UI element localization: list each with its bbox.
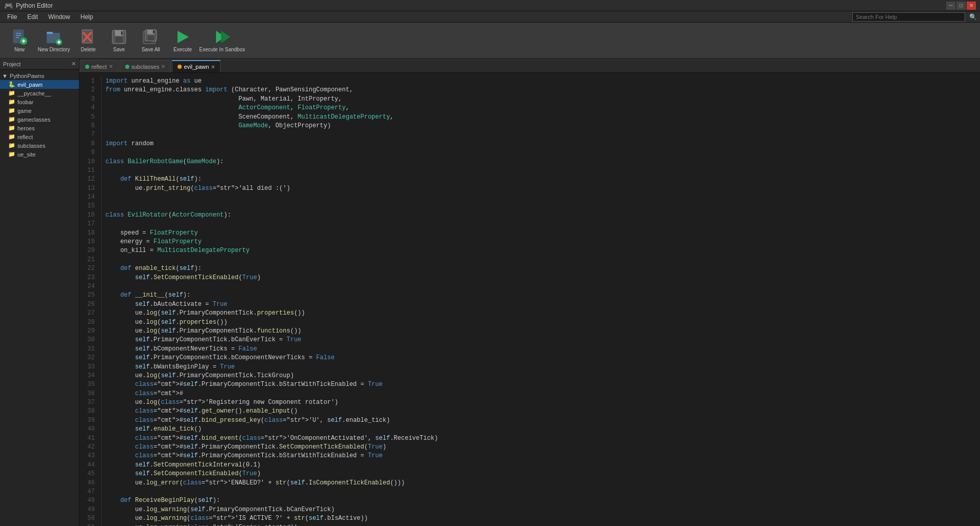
execute-label: Execute [173, 47, 192, 52]
minimize-button[interactable]: ─ [946, 2, 955, 10]
tab-label: reflect [91, 64, 107, 70]
title-bar-controls: ─ □ ✕ [946, 2, 976, 10]
new-directory-icon [46, 29, 62, 45]
tab-label: evil_pawn [184, 64, 209, 70]
execute-button[interactable]: Execute [168, 25, 197, 56]
sidebar-item[interactable]: 📁ue_site [0, 150, 79, 159]
sidebar-close-icon[interactable]: ✕ [71, 61, 76, 67]
new-label: New [14, 47, 25, 52]
execute-icon [174, 29, 191, 45]
delete-icon [80, 29, 96, 45]
svg-rect-8 [47, 32, 53, 34]
search-icon: 🔍 [969, 13, 977, 21]
sidebar-item[interactable]: 📁reflect [0, 132, 79, 141]
search-input[interactable] [852, 12, 965, 22]
delete-button[interactable]: Delete [74, 25, 103, 56]
tab-dot [178, 65, 182, 69]
main-layout: Project ✕ ▼PythonPawns🐍evil_pawn📁__pycac… [0, 59, 980, 526]
menu-window[interactable]: Window [44, 12, 74, 22]
new-directory-button[interactable]: New Directory [36, 25, 72, 56]
sidebar-header: Project ✕ [0, 59, 79, 70]
sidebar-item[interactable]: 🐍evil_pawn [0, 80, 79, 89]
svg-rect-24 [148, 36, 154, 41]
save-all-label: Save All [142, 47, 160, 52]
sidebar-item[interactable]: 📁gameclasses [0, 115, 79, 124]
title-bar: 🎮 Python Editor ─ □ ✕ [0, 0, 980, 11]
execute-sandbox-label: Execute In Sandbox [199, 47, 245, 52]
menu-edit[interactable]: Edit [23, 12, 42, 22]
svg-rect-17 [115, 37, 123, 43]
sidebar-item[interactable]: 📁foobar [0, 98, 79, 106]
save-all-button[interactable]: Save All [135, 25, 166, 56]
svg-marker-26 [178, 31, 189, 43]
editor-area: reflect✕subclasses✕evil_pawn✕ 1import un… [80, 59, 980, 526]
new-icon [11, 29, 28, 45]
tab-subclasses[interactable]: subclasses✕ [120, 60, 171, 72]
execute-sandbox-button[interactable]: Execute In Sandbox [199, 25, 245, 56]
close-button[interactable]: ✕ [967, 2, 976, 10]
sidebar-item[interactable]: 📁heroes [0, 124, 79, 132]
tab-label: subclasses [131, 64, 159, 70]
tab-close-icon[interactable]: ✕ [109, 64, 113, 69]
new-directory-label: New Directory [38, 47, 70, 52]
sidebar-title: Project [3, 61, 21, 67]
tabs-bar: reflect✕subclasses✕evil_pawn✕ [80, 59, 980, 73]
maximize-button[interactable]: □ [956, 2, 966, 10]
sidebar-item[interactable]: 📁subclasses [0, 141, 79, 150]
sidebar-item[interactable]: 📁__pycache__ [0, 89, 79, 98]
sidebar-item[interactable]: ▼PythonPawns [0, 72, 79, 80]
app-logo: 🎮 [4, 2, 13, 10]
title-bar-title: Python Editor [16, 2, 53, 9]
tab-dot [125, 65, 129, 69]
tab-reflect[interactable]: reflect✕ [80, 60, 119, 72]
menu-help[interactable]: Help [76, 12, 97, 22]
search-bar [852, 12, 965, 22]
code-container[interactable]: 1import unreal_engine as ue 2from unreal… [80, 73, 980, 526]
title-bar-left: 🎮 Python Editor [4, 2, 53, 10]
save-all-icon [143, 29, 159, 45]
svg-marker-28 [221, 31, 230, 43]
new-button[interactable]: New [5, 25, 34, 56]
save-button[interactable]: Save [105, 25, 133, 56]
code-content: 1import unreal_engine as ue 2from unreal… [80, 73, 980, 526]
save-label: Save [113, 47, 125, 52]
tab-evil_pawn[interactable]: evil_pawn✕ [172, 60, 221, 72]
delete-label: Delete [81, 47, 96, 52]
svg-rect-18 [121, 31, 123, 35]
sidebar-item[interactable]: 📁game [0, 106, 79, 115]
menu-file[interactable]: File [3, 12, 21, 22]
menu-bar: File Edit Window Help 🔍 [0, 11, 980, 23]
sidebar: Project ✕ ▼PythonPawns🐍evil_pawn📁__pycac… [0, 59, 80, 526]
toolbar: New New Directory Delete [0, 23, 980, 59]
tab-close-icon[interactable]: ✕ [211, 64, 215, 70]
tab-close-icon[interactable]: ✕ [161, 64, 165, 69]
execute-sandbox-icon [214, 29, 230, 45]
tab-dot [85, 65, 89, 69]
svg-rect-25 [153, 30, 154, 33]
sidebar-tree: ▼PythonPawns🐍evil_pawn📁__pycache__📁fooba… [0, 70, 79, 526]
save-icon [111, 29, 127, 45]
